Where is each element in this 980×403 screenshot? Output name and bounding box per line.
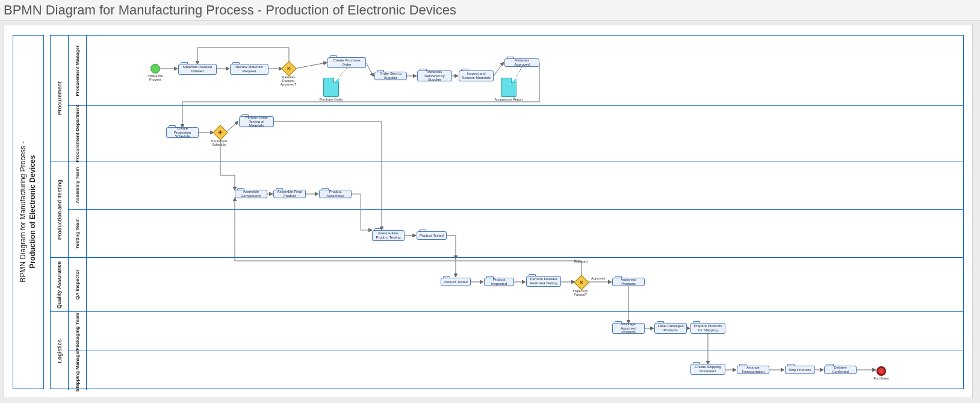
gateway-production-schedule-label: Production Schedule	[207, 139, 231, 146]
task-label: Label Packaged Products	[657, 324, 684, 333]
bpmn-canvas[interactable]: BPMN Diagram for Manufacturing Process -…	[4, 25, 973, 398]
task-label: Assemble Final Product	[276, 190, 303, 198]
lane-qa-inspector: QA Inspector	[75, 270, 80, 300]
group-column: Procurement Production and Testing Quali…	[51, 36, 69, 389]
group-logistics: Logistics	[57, 339, 63, 363]
doc-purchase-order[interactable]	[323, 78, 339, 97]
connectors	[87, 36, 966, 390]
task-t18[interactable]: Approved Products	[612, 278, 645, 286]
task-label: Perform Detailed Audit and Testing	[529, 277, 559, 286]
task-label: Materials Request Initiated	[181, 65, 214, 73]
task-label: Create Shipping Document	[693, 365, 723, 373]
end-event[interactable]	[876, 366, 886, 376]
task-t21[interactable]: Prepare Products for Shipping	[690, 323, 725, 334]
task-label: Intermediate Product Testing	[374, 231, 402, 240]
task-t25[interactable]: Delivery Confirmed	[824, 366, 857, 374]
lane-procurement-manager: Procurement Manager	[75, 45, 80, 96]
task-label: Product Assembled	[321, 190, 349, 198]
task-t16[interactable]: Product Inspected	[484, 278, 514, 286]
task-t14[interactable]: Product Tested	[417, 231, 447, 240]
task-t11[interactable]: Assemble Final Product	[273, 190, 306, 198]
lane-body: Initiate the Process End Event Materials…	[87, 36, 963, 389]
task-label: Create Production Schedule	[169, 127, 196, 139]
task-t19[interactable]: Package Approved Products	[612, 323, 645, 334]
svg-line-11	[226, 122, 238, 133]
task-t12[interactable]: Product Assembled	[319, 190, 352, 198]
task-label: Inspect and Receive Materials	[461, 72, 491, 80]
doc-purchase-order-label: Purchase Order	[317, 98, 346, 101]
task-label: Order Sent to Supplier	[377, 72, 405, 80]
start-event[interactable]	[150, 64, 160, 73]
lane-procurement-dept: Procurement Department	[75, 104, 80, 162]
group-procurement: Procurement	[57, 81, 63, 115]
svg-line-7	[494, 63, 503, 76]
task-t4[interactable]: Order Sent to Supplier	[374, 72, 407, 80]
end-event-label: End Event	[869, 376, 893, 380]
lanes-container: Procurement Production and Testing Quali…	[50, 35, 964, 389]
group-qa: Quality Assurance	[57, 261, 63, 308]
task-label: Materials Approved	[507, 58, 537, 67]
lane-column: Procurement Manager Procurement Departme…	[69, 36, 87, 389]
task-label: Prepare Products for Shipping	[693, 324, 723, 333]
task-t7[interactable]: Materials Approved	[504, 58, 539, 67]
task-t10[interactable]: Assemble Components	[235, 190, 267, 198]
gateway-inspection-passed-label: Inspection Passed?	[568, 289, 592, 296]
task-t5[interactable]: Materials Delivered by Supplier	[417, 70, 452, 81]
lane-shipping-manager: Shipping Manager	[75, 349, 80, 391]
flow-rejected-label: Rejected	[574, 260, 588, 263]
gateway-materials-approved-label: Materials Request Approved?	[276, 75, 300, 86]
task-label: Approved Products	[615, 278, 642, 286]
pool-title: BPMN Diagram for Manufacturing Process -…	[13, 35, 44, 389]
task-t15[interactable]: Product Tested	[441, 278, 471, 286]
task-t1[interactable]: Materials Request Initiated	[178, 64, 217, 75]
svg-line-4	[366, 63, 373, 76]
group-production: Production and Testing	[57, 180, 63, 240]
task-t9[interactable]: Perform Initial Testing of Materials	[239, 116, 274, 127]
task-t24[interactable]: Ship Products	[785, 366, 815, 374]
task-label: Review Materials Request	[232, 65, 266, 73]
task-label: Product Tested	[420, 234, 444, 238]
doc-acceptance-report-label: Acceptance Report	[494, 98, 523, 101]
task-label: Materials Delivered by Supplier	[420, 70, 450, 83]
task-t3[interactable]: Create Purchase Order	[327, 57, 366, 68]
lane-assembly-team: Assembly Team	[75, 167, 80, 203]
doc-acceptance-report[interactable]	[501, 78, 516, 97]
lane-testing-team: Testing Team	[75, 218, 80, 248]
svg-line-9	[516, 67, 522, 77]
task-t13[interactable]: Intermediate Product Testing	[372, 230, 405, 241]
task-label: Ship Products	[789, 368, 811, 372]
task-t8[interactable]: Create Production Schedule	[166, 127, 199, 138]
task-label: Delivery Confirmed	[826, 366, 854, 374]
start-event-label: Initiate the Process	[143, 74, 167, 81]
task-label: Package Approved Products	[615, 322, 642, 335]
svg-line-8	[340, 68, 347, 77]
flow-approved-label: Approved	[591, 276, 606, 280]
task-t17[interactable]: Perform Detailed Audit and Testing	[526, 276, 561, 287]
task-label: Create Purchase Order	[330, 58, 364, 67]
task-t2[interactable]: Review Materials Request	[230, 64, 268, 75]
task-label: Assemble Components	[237, 190, 265, 198]
task-t6[interactable]: Inspect and Receive Materials	[459, 70, 494, 81]
pool-title-line2: Production of Electronic Devices	[28, 155, 37, 269]
task-label: Arrange Transportation	[739, 366, 767, 374]
pool-title-line1: BPMN Diagram for Manufacturing Process -	[19, 142, 27, 283]
page-title: BPMN Diagram for Manufacturing Process -…	[0, 0, 980, 21]
svg-line-3	[294, 63, 326, 69]
task-label: Product Inspected	[486, 278, 512, 286]
task-label: Product Tested	[444, 280, 468, 284]
task-t22[interactable]: Create Shipping Document	[690, 364, 725, 375]
task-t20[interactable]: Label Packaged Products	[654, 323, 687, 334]
task-t23[interactable]: Arrange Transportation	[737, 366, 769, 374]
task-label: Perform Initial Testing of Materials	[241, 116, 271, 128]
lane-packaging-team: Packaging Team	[75, 313, 80, 351]
